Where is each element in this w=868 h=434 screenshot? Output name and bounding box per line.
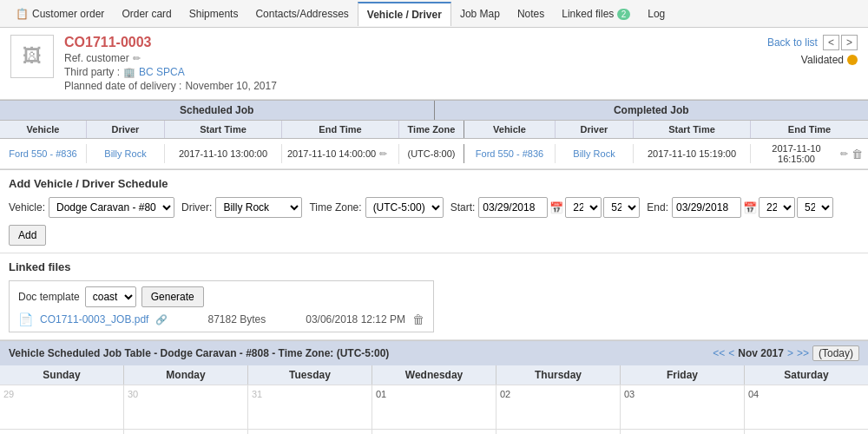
vehicle-select[interactable]: Dodge Caravan - #808 xyxy=(49,197,174,218)
nav-prev2-btn[interactable]: << xyxy=(713,347,725,359)
calendar-nav: << < Nov 2017 > >> (Today) xyxy=(713,345,859,361)
end-cal-icon[interactable]: 📅 xyxy=(743,201,757,214)
end-date-group: 📅 22 52 xyxy=(672,197,833,218)
nav-prev1-btn[interactable]: < xyxy=(728,347,734,359)
c-end-cell: 2017-11-10 16:15:00 ✏ 🗑 xyxy=(751,139,868,168)
top-navigation: 📋 Customer order Order card Shipments Co… xyxy=(0,0,868,28)
s-end-cell: 2017-11-10 14:00:00 ✏ xyxy=(282,144,399,164)
validated-status: Validated xyxy=(767,54,858,66)
delete-job-icon[interactable]: 🗑 xyxy=(852,148,863,161)
scheduled-job-header: Scheduled Job xyxy=(0,101,435,120)
logo-icon: 🖼 xyxy=(23,45,42,68)
delivery-date: November 10, 2017 xyxy=(185,80,276,92)
s-driver-link[interactable]: Billy Rock xyxy=(104,148,146,159)
end-min-select[interactable]: 52 xyxy=(797,197,833,218)
back-to-list[interactable]: Back to list < > xyxy=(767,35,858,50)
edit-completed-icon[interactable]: ✏ xyxy=(840,148,848,160)
edit-job-icon[interactable]: ✏ xyxy=(379,148,387,160)
day-saturday: Saturday xyxy=(745,365,868,385)
day-thursday: Thursday xyxy=(496,365,621,385)
generate-button[interactable]: Generate xyxy=(141,286,204,307)
file-delete-icon[interactable]: 🗑 xyxy=(412,312,424,326)
driver-label: Driver: xyxy=(181,201,212,214)
nav-notes[interactable]: Notes xyxy=(509,3,553,25)
completed-job-header: Completed Job xyxy=(435,101,869,120)
driver-group: Driver: Billy Rock xyxy=(181,197,302,218)
prev-record-btn[interactable]: < xyxy=(823,35,839,50)
start-date-group: 📅 22 52 xyxy=(478,197,640,218)
order-number: CO1711-0003 xyxy=(64,35,858,50)
nav-customer-order[interactable]: 📋 Customer order xyxy=(7,3,113,25)
nav-next2-btn[interactable]: >> xyxy=(797,347,809,359)
timezone-group: Time Zone: (UTC-5:00) xyxy=(309,197,443,218)
today-button[interactable]: (Today) xyxy=(812,345,859,361)
start-date-input[interactable] xyxy=(478,197,548,218)
start-min-select[interactable]: 52 xyxy=(603,197,640,218)
day-sunday: Sunday xyxy=(0,365,124,385)
calendar-day-09: 09 xyxy=(496,430,621,434)
nav-order-card[interactable]: Order card xyxy=(113,3,180,25)
vehicle-label: Vehicle: xyxy=(9,201,45,214)
linked-files-inner: Doc template coast Generate 📄 CO1711-000… xyxy=(9,280,434,332)
calendar-day-06: 06 xyxy=(124,430,248,434)
calendar-day-01: 01 xyxy=(372,385,496,429)
calendar-day-29-oct: 29 xyxy=(0,385,124,429)
col-s-driver: Driver xyxy=(87,121,165,138)
ref-customer-row: Ref. customer ✏ xyxy=(64,52,858,64)
nav-shipments[interactable]: Shipments xyxy=(181,3,247,25)
doc-template-select[interactable]: coast xyxy=(85,286,136,307)
nav-vehicle-driver[interactable]: Vehicle / Driver xyxy=(358,2,451,26)
col-s-end: End Time xyxy=(282,121,399,138)
start-cal-icon[interactable]: 📅 xyxy=(549,201,563,214)
next-record-btn[interactable]: > xyxy=(841,35,858,50)
calendar-day-30-oct: 30 xyxy=(124,385,248,429)
calendar-week-1: 29 30 31 01 02 03 04 xyxy=(0,385,868,429)
day-wednesday: Wednesday xyxy=(372,365,496,385)
third-party-link[interactable]: BC SPCA xyxy=(139,66,185,78)
nav-arrows: < > xyxy=(823,35,858,50)
calendar-section: Vehicle Scheduled Job Table - Dodge Cara… xyxy=(0,340,868,434)
add-form: Vehicle: Dodge Caravan - #808 Driver: Bi… xyxy=(9,197,859,246)
end-label: End: xyxy=(647,201,668,214)
third-party-icon: 🏢 xyxy=(123,67,135,78)
col-c-driver: Driver xyxy=(556,121,634,138)
c-driver-link[interactable]: Billy Rock xyxy=(573,148,615,159)
col-c-end: End Time xyxy=(751,121,868,138)
timezone-select[interactable]: (UTC-5:00) xyxy=(365,197,444,218)
nav-log[interactable]: Log xyxy=(639,3,674,25)
calendar-day-07: 07 xyxy=(248,430,372,434)
calendar-day-05: 05 xyxy=(0,430,124,434)
c-driver-cell: Billy Rock xyxy=(556,144,634,163)
file-date: 03/06/2018 12:12 PM xyxy=(306,313,405,326)
nav-contacts[interactable]: Contacts/Addresses xyxy=(247,3,357,25)
calendar-day-02: 02 xyxy=(496,385,621,429)
timezone-label: Time Zone: xyxy=(309,201,361,214)
nav-next1-btn[interactable]: > xyxy=(787,347,793,359)
end-date-input[interactable] xyxy=(672,197,741,218)
linked-files-section: Linked files Doc template coast Generate… xyxy=(0,253,868,340)
col-s-vehicle: Vehicle xyxy=(0,121,87,138)
doc-template-row: Doc template coast Generate xyxy=(18,286,424,307)
add-button[interactable]: Add xyxy=(9,225,46,246)
col-c-vehicle: Vehicle xyxy=(464,121,556,138)
s-start-cell: 2017-11-10 13:00:00 xyxy=(165,144,282,163)
file-name[interactable]: CO1711-0003_JOB.pdf xyxy=(40,313,148,326)
customer-order-icon: 📋 xyxy=(16,8,29,20)
c-start-cell: 2017-11-10 15:19:00 xyxy=(634,144,751,163)
day-monday: Monday xyxy=(124,365,248,385)
job-data-row: Ford 550 - #836 Billy Rock 2017-11-10 13… xyxy=(0,139,868,169)
nav-job-map[interactable]: Job Map xyxy=(451,3,509,25)
calendar-day-11: 11 xyxy=(745,430,868,434)
order-info: CO1711-0003 Ref. customer ✏ Third party … xyxy=(64,35,858,92)
start-hour-select[interactable]: 22 xyxy=(565,197,602,218)
day-tuesday: Tuesday xyxy=(248,365,372,385)
linked-files-title: Linked files xyxy=(9,260,859,273)
s-vehicle-link[interactable]: Ford 550 - #836 xyxy=(9,148,76,159)
nav-linked-files[interactable]: Linked files 2 xyxy=(553,3,639,25)
edit-ref-icon[interactable]: ✏ xyxy=(133,53,141,64)
calendar-day-04: 04 xyxy=(745,385,868,429)
driver-select[interactable]: Billy Rock xyxy=(215,197,302,218)
end-hour-select[interactable]: 22 xyxy=(759,197,795,218)
c-vehicle-link[interactable]: Ford 550 - #836 xyxy=(476,148,543,159)
calendar-header: Vehicle Scheduled Job Table - Dodge Cara… xyxy=(0,341,868,365)
